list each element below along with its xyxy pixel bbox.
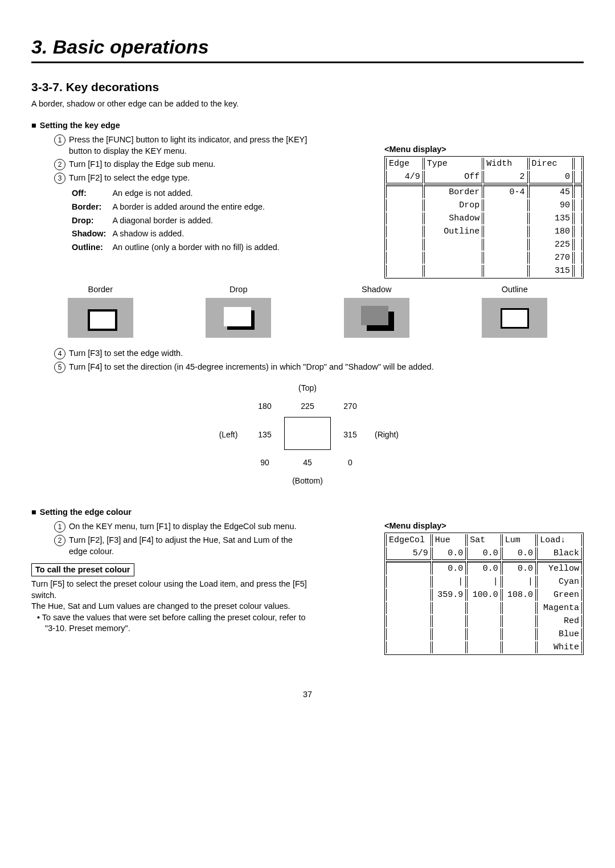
step-1: Press the [FUNC] button to light its ind…	[69, 134, 310, 157]
step-2: Turn [F1] to display the Edge sub menu.	[69, 159, 215, 170]
preview-outline	[482, 298, 547, 338]
step-4: Turn [F3] to set the edge width.	[69, 348, 183, 359]
direction-diagram: (Top) 180225270 (Left)135315(Right) 9045…	[31, 379, 584, 491]
menu-display-1: EdgeTypeWidthDirec 4/9Off20 Border0-445 …	[384, 156, 584, 279]
step-num-5: 5	[54, 362, 65, 373]
chapter-title: 3. Basic operations	[31, 34, 584, 63]
menu-display-2: EdgeColHueSatLumLoad↓ 5/90.00.00.0Black …	[384, 533, 584, 655]
step-colour-1: 1	[54, 521, 65, 533]
step-colour-2: 2	[54, 535, 65, 546]
menu2-label: <Menu display>	[384, 521, 584, 532]
step-3: Turn [F2] to select the edge type.	[69, 173, 190, 184]
step-5: Turn [F4] to set the direction (in 45-de…	[69, 362, 434, 373]
edge-previews: Border Drop Shadow Outline	[31, 284, 584, 338]
section-title: 3-3-7. Key decorations	[31, 79, 584, 95]
step-num-3: 3	[54, 173, 65, 184]
colour-step-1: On the KEY menu, turn [F1] to display th…	[69, 521, 297, 533]
step-num-4: 4	[54, 348, 65, 359]
menu1-label: <Menu display>	[384, 144, 584, 155]
preset-bullet: • To save the values that were set befor…	[45, 612, 310, 634]
intro-text: A border, shadow or other edge can be ad…	[31, 99, 584, 110]
heading-edge-colour: Setting the edge colour	[31, 507, 310, 518]
preset-text-2: The Hue, Sat and Lum values are changed …	[31, 601, 310, 612]
preview-border	[68, 298, 133, 338]
step-num-2: 2	[54, 159, 65, 170]
preview-shadow	[344, 298, 409, 338]
preset-text-1: Turn [F5] to select the preset colour us…	[31, 579, 310, 601]
heading-key-edge: Setting the key edge	[31, 120, 310, 132]
step-num-1: 1	[54, 134, 65, 146]
page-number: 37	[31, 689, 584, 701]
colour-step-2: Turn [F2], [F3] and [F4] to adjust the H…	[69, 535, 310, 557]
preview-drop	[206, 298, 271, 338]
edge-type-table: Off:An edge is not added. Border:A borde…	[70, 186, 281, 255]
preset-colour-box: To call the preset colour	[31, 563, 134, 577]
